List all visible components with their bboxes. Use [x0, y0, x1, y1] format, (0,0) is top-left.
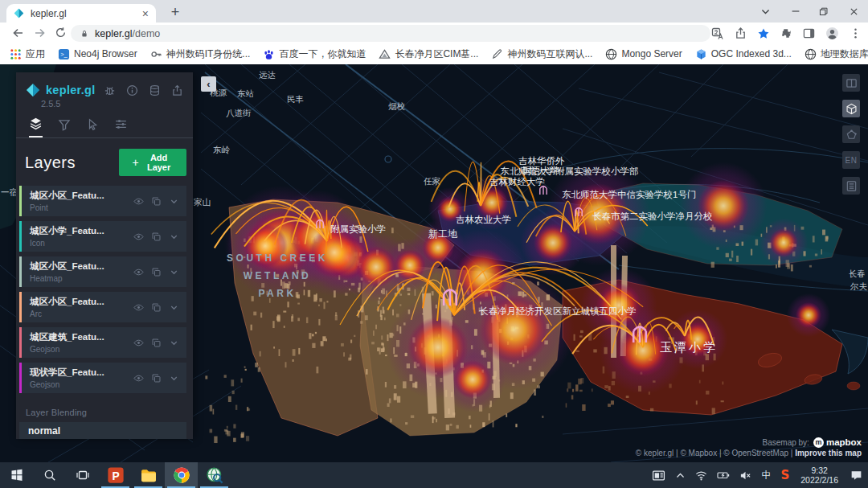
map-credits[interactable]: © kepler.gl | © Mapbox | © OpenStreetMap…: [636, 449, 793, 457]
layer-duplicate-icon[interactable]: [151, 267, 162, 277]
layer-item[interactable]: 城区小区_Featu...Point: [19, 186, 186, 216]
layer-visibility-eye-icon[interactable]: [133, 373, 144, 383]
layer-duplicate-icon[interactable]: [151, 338, 162, 348]
share-icon[interactable]: [735, 27, 747, 39]
layer-expand-chevron-icon[interactable]: [169, 302, 179, 313]
wifi-icon[interactable]: [690, 462, 712, 488]
bookmark-item[interactable]: >_Neo4j Browser: [58, 48, 137, 60]
tab-title: kepler.gl: [31, 8, 142, 19]
add-layer-label: Add Layer: [145, 153, 174, 172]
task-view-button[interactable]: [66, 462, 99, 488]
bookmark-item[interactable]: 神州数码互联网认...: [491, 47, 592, 61]
back-button[interactable]: [11, 27, 24, 39]
browser-tab[interactable]: kepler.gl ×: [6, 4, 156, 23]
hidden-icons-chevron[interactable]: [670, 462, 690, 488]
bookmark-item[interactable]: 百度一下，你就知道: [263, 47, 366, 61]
add-layer-button[interactable]: + Add Layer: [119, 149, 186, 176]
layer-item[interactable]: 城区小区_Featu...Arc: [19, 292, 186, 322]
layer-type: Heatmap: [30, 274, 104, 283]
taskbar-file-explorer-icon[interactable]: [132, 462, 165, 488]
layer-visibility-eye-icon[interactable]: [133, 267, 144, 277]
improve-map-link[interactable]: Improve this map: [795, 449, 862, 457]
split-map-button[interactable]: [842, 74, 860, 92]
bug-report-icon[interactable]: [104, 84, 116, 96]
profile-avatar-icon[interactable]: [825, 27, 839, 40]
bookmark-item[interactable]: 长春净月区CIM基...: [379, 47, 478, 61]
mapbox-logo[interactable]: mmapbox: [813, 437, 862, 448]
layer-visibility-eye-icon[interactable]: [133, 196, 144, 207]
layer-blending-select[interactable]: normal: [19, 422, 186, 439]
map-label: PARK: [258, 288, 296, 299]
bookmarks-bar: 应用>_Neo4j Browser神州数码IT身份统...百度一下，你就知道长春…: [0, 43, 868, 64]
map-viewport[interactable]: 远达东站八道街民丰烟校桃源东岭家山一宿任家长春尔夫SOUTH CREEKWETL…: [0, 64, 868, 462]
window-restore-button[interactable]: [809, 0, 837, 23]
layer-expand-chevron-icon[interactable]: [169, 232, 179, 242]
bookmark-item[interactable]: 应用: [10, 47, 45, 61]
new-tab-button[interactable]: +: [165, 2, 186, 22]
forward-button[interactable]: [34, 27, 47, 39]
taskbar-search-button[interactable]: [33, 462, 66, 488]
translate-icon[interactable]: [711, 27, 724, 40]
panel-collapse-button[interactable]: ‹: [201, 76, 216, 92]
tab-search-chevron-icon[interactable]: [751, 0, 780, 23]
toggle-3d-button[interactable]: [842, 100, 860, 117]
layer-visibility-eye-icon[interactable]: [133, 232, 144, 242]
extensions-puzzle-icon[interactable]: [780, 27, 792, 39]
legend-button[interactable]: [842, 177, 860, 195]
window-minimize-button[interactable]: [781, 0, 810, 23]
side-panel-icon[interactable]: [803, 27, 815, 39]
globe-icon: [605, 48, 617, 60]
info-icon[interactable]: [126, 84, 138, 96]
panel-tabs: [16, 109, 193, 138]
layer-item[interactable]: 城区小区_Featu...Heatmap: [19, 256, 186, 287]
tab-interactions[interactable]: [86, 117, 99, 137]
bookmark-item[interactable]: Mongo Server: [605, 48, 682, 60]
taskbar-powerpoint-icon[interactable]: P: [99, 462, 132, 488]
layer-duplicate-icon[interactable]: [151, 232, 162, 242]
layer-item[interactable]: 城区小学_Featu...Icon: [19, 221, 186, 252]
browser-menu-kebab-icon[interactable]: [850, 27, 862, 39]
layer-expand-chevron-icon[interactable]: [169, 338, 179, 348]
layer-expand-chevron-icon[interactable]: [169, 267, 179, 277]
sogou-input-icon[interactable]: S: [776, 462, 794, 488]
taskbar-chrome-icon[interactable]: [165, 462, 198, 488]
bookmark-label: 百度一下，你就知道: [279, 47, 366, 61]
layer-expand-chevron-icon[interactable]: [169, 373, 179, 383]
layer-expand-chevron-icon[interactable]: [169, 196, 179, 207]
layer-item[interactable]: 现状学区_Featu...Geojson: [19, 363, 186, 393]
layer-duplicate-icon[interactable]: [151, 302, 162, 313]
map-label: 吉林华侨外: [518, 156, 565, 166]
bookmark-label: 地理数据库管理—...: [821, 47, 868, 61]
bookmark-item[interactable]: OGC Indexed 3d...: [695, 48, 792, 60]
layer-visibility-eye-icon[interactable]: [133, 338, 144, 348]
taskbar-arcgis-icon[interactable]: [198, 462, 231, 488]
tab-basemap-settings[interactable]: [114, 117, 128, 137]
reload-button[interactable]: [55, 27, 67, 39]
layer-duplicate-icon[interactable]: [151, 373, 162, 383]
ime-indicator[interactable]: 中: [756, 462, 776, 488]
bookmark-star-icon[interactable]: [757, 27, 770, 40]
address-bar[interactable]: kepler.gl/demo: [71, 25, 710, 42]
window-close-button[interactable]: [839, 0, 868, 23]
layer-visibility-eye-icon[interactable]: [133, 302, 144, 313]
battery-icon[interactable]: [712, 462, 735, 488]
tab-layers[interactable]: [29, 117, 43, 137]
tab-filters[interactable]: [58, 117, 71, 137]
start-button[interactable]: [0, 462, 33, 488]
map-label: 长春净月经济开发区新立城镇五四小学: [479, 306, 637, 316]
bookmark-item[interactable]: 神州数码IT身份统...: [150, 47, 251, 61]
tab-close-icon[interactable]: ×: [142, 8, 149, 19]
map-controls: EN: [842, 74, 860, 195]
export-share-icon[interactable]: [171, 84, 183, 96]
volume-muted-icon[interactable]: [735, 462, 756, 488]
layer-type: Icon: [30, 239, 104, 248]
locale-button[interactable]: EN: [842, 151, 860, 169]
draw-polygon-button[interactable]: [842, 125, 860, 143]
news-widget-icon[interactable]: [647, 462, 670, 488]
layer-duplicate-icon[interactable]: [151, 196, 162, 207]
action-center-icon[interactable]: [845, 462, 868, 488]
save-database-icon[interactable]: [149, 84, 161, 96]
layer-item[interactable]: 城区建筑_Featu...Geojson: [19, 327, 186, 358]
bookmark-item[interactable]: 地理数据库管理—...: [805, 47, 868, 61]
taskbar-clock[interactable]: 9:32 2022/2/16: [794, 465, 845, 486]
